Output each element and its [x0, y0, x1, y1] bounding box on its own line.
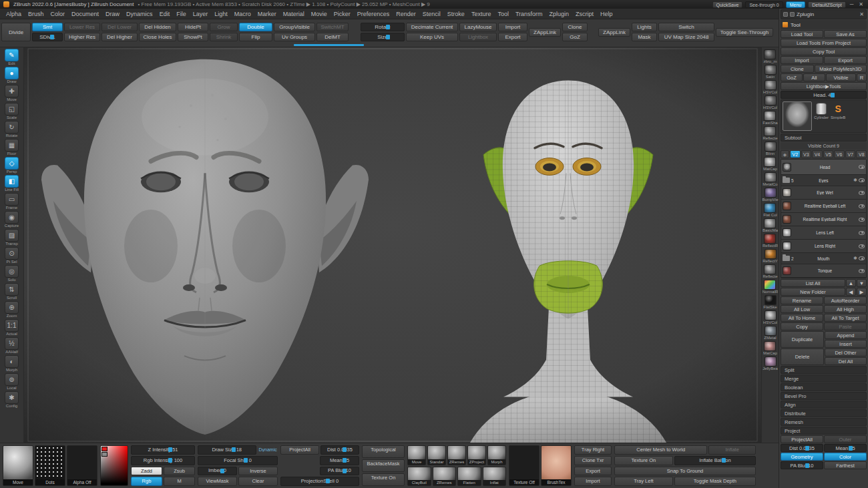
button-flip[interactable]: Flip: [239, 33, 272, 41]
button-lower-res[interactable]: Lower Res: [64, 23, 100, 31]
menu-render[interactable]: Render: [393, 11, 419, 17]
button-x[interactable]: ▶: [857, 288, 867, 296]
slider-focal-shift-0[interactable]: Focal Shift 0: [198, 456, 278, 465]
button-keep-uvs[interactable]: Keep UVs: [406, 33, 458, 41]
material-zbro-m[interactable]: zbro_m: [763, 49, 777, 64]
tool-palette-header[interactable]: Tool: [781, 20, 867, 29]
menu-document[interactable]: Document: [68, 11, 102, 17]
section-boolean[interactable]: Boolean: [781, 383, 867, 391]
section-distribute[interactable]: Distribute: [781, 409, 867, 417]
button-decimate-current[interactable]: Decimate Current: [406, 23, 458, 31]
material-hsvcol[interactable]: HSVCol: [763, 95, 777, 110]
slider-mean-25[interactable]: Mean 25: [824, 444, 867, 452]
menu-marker[interactable]: Marker: [254, 11, 280, 17]
button-mask[interactable]: Mask: [632, 33, 657, 41]
slider-head-48[interactable]: Head. 48: [781, 91, 867, 99]
shelf-scroll-indicator[interactable]: [294, 44, 364, 46]
button-copy-tool[interactable]: Copy Tool: [781, 47, 867, 55]
button-clone[interactable]: Clone: [781, 65, 814, 73]
brush-standar[interactable]: Standar: [427, 445, 446, 465]
primary-color-swatch[interactable]: [101, 447, 107, 451]
gear-icon[interactable]: ✱: [853, 256, 857, 261]
button-uv-groups[interactable]: Uv Groups: [274, 33, 315, 41]
button-import[interactable]: Import: [498, 23, 527, 31]
button-del-all[interactable]: Del All: [825, 357, 867, 365]
button-goz[interactable]: GoZ: [562, 33, 588, 41]
slider-dist-0-0035[interactable]: Dist 0.0035: [781, 444, 823, 452]
menu-zplugin[interactable]: Zplugin: [546, 11, 573, 17]
menu-file[interactable]: File: [173, 11, 190, 17]
button-showpt[interactable]: ShowPt: [178, 33, 208, 41]
button-del-hidden[interactable]: Del Hidden: [139, 23, 176, 31]
material-reflecte[interactable]: Reflecte: [763, 264, 777, 279]
tool-move[interactable]: ✚Move: [1, 85, 23, 102]
section-remesh[interactable]: Remesh: [781, 418, 867, 426]
button-m[interactable]: M: [164, 477, 195, 486]
material-zmetal[interactable]: ZMetal: [764, 326, 776, 340]
button-x[interactable]: ▼: [857, 279, 867, 287]
button-lightbox[interactable]: Lightbox: [459, 33, 497, 41]
tool-draw[interactable]: ●Draw: [1, 67, 23, 84]
viewport[interactable]: [24, 47, 761, 443]
brush-move[interactable]: Move: [407, 445, 426, 465]
material-hsvcol[interactable]: HSVCol: [763, 80, 777, 95]
button-tray-left[interactable]: Tray Left: [614, 477, 673, 486]
thumb-texture-off[interactable]: Texture Off: [509, 445, 539, 486]
button-visible[interactable]: Visible: [826, 73, 856, 81]
material-reflecte[interactable]: Reflecte: [763, 126, 777, 141]
thumb-move[interactable]: Move: [3, 445, 33, 486]
material-flatske[interactable]: FlatSke: [763, 295, 777, 310]
tool-frame[interactable]: ▭Frame: [1, 193, 23, 210]
subtool-mouth[interactable]: 2Mouth✱: [781, 253, 866, 264]
slider-handle[interactable]: [343, 447, 347, 452]
brush-morph[interactable]: Morph: [487, 445, 506, 465]
subtool-eye-wet[interactable]: Eye Wet: [781, 186, 866, 200]
button-goz[interactable]: GoZ: [781, 73, 803, 81]
button-switchmt[interactable]: SwitchMT: [316, 23, 349, 31]
menu-color[interactable]: Color: [47, 11, 69, 17]
tool-solo[interactable]: ◎Solo: [1, 265, 23, 282]
slider-handle[interactable]: [326, 479, 330, 483]
menu-transform[interactable]: Transform: [512, 11, 546, 17]
section-merge[interactable]: Merge: [781, 375, 867, 383]
button-export[interactable]: Export: [498, 33, 527, 41]
button-all-low[interactable]: All Low: [781, 305, 823, 313]
visibility-eye-icon[interactable]: [859, 165, 865, 169]
button-delmt[interactable]: DelMT: [316, 33, 349, 41]
button-color[interactable]: Color: [824, 453, 867, 461]
menu-brush[interactable]: Brush: [25, 11, 47, 17]
button-smt[interactable]: Smt: [32, 23, 63, 31]
slider-mean-25[interactable]: Mean 25: [320, 456, 359, 465]
material-bumpvie[interactable]: BumpVie: [762, 188, 778, 202]
visibility-eye-icon[interactable]: [859, 256, 865, 260]
tool-zoom[interactable]: ⊕Zoom: [1, 301, 23, 318]
menu-preferences[interactable]: Preferences: [354, 11, 393, 17]
button-clone[interactable]: Clone: [562, 23, 588, 31]
button-export[interactable]: Export: [824, 56, 867, 64]
tab-v8[interactable]: V8: [856, 150, 867, 158]
section-split[interactable]: Split: [781, 366, 867, 374]
visibility-eye-icon[interactable]: [859, 244, 865, 248]
gear-icon[interactable]: ✱: [853, 178, 857, 183]
slider-projectionshell-0[interactable]: ProjectionShell 0: [280, 477, 359, 486]
tool-edit[interactable]: ✎Edit: [1, 49, 23, 66]
button-import[interactable]: Import: [574, 477, 612, 486]
menu-help[interactable]: Help: [597, 11, 616, 17]
slider-handle[interactable]: [849, 446, 853, 451]
tool-scale[interactable]: ◱Scale: [1, 103, 23, 120]
button-del-lower[interactable]: Del Lower: [101, 23, 138, 31]
thumb-dots[interactable]: Dots: [35, 445, 65, 486]
slider-handle[interactable]: [343, 458, 347, 463]
button-del-other[interactable]: Del Other: [825, 348, 867, 356]
tool-config[interactable]: ✱Config: [1, 391, 23, 409]
button-tray-right[interactable]: Tray Right: [574, 445, 612, 455]
tool-thumb-simpleb[interactable]: SSimpleB: [831, 103, 845, 119]
subtool-head[interactable]: Head: [781, 160, 866, 175]
brush-claybuil[interactable]: ClayBuil: [407, 467, 431, 487]
button-make-polymesh3d[interactable]: Make PolyMesh3D: [815, 65, 867, 73]
material-jellybea[interactable]: JellyBea: [763, 356, 778, 371]
color-picker[interactable]: [100, 445, 128, 486]
visibility-eye-icon[interactable]: [859, 218, 865, 222]
button-hidept[interactable]: HidePt: [178, 23, 208, 31]
button-import[interactable]: Import: [781, 56, 823, 64]
